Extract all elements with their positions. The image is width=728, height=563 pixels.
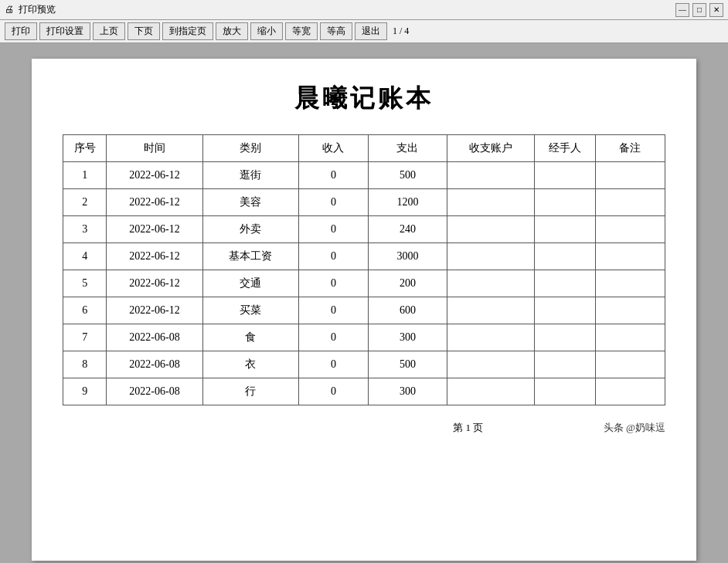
cell-note [595,216,665,243]
fit-width-button[interactable]: 等宽 [285,22,318,40]
cell-in: 0 [298,378,368,405]
cell-mgr [534,297,595,324]
cell-seq: 3 [63,216,107,243]
cell-in: 0 [298,189,368,216]
cell-out: 600 [369,297,447,324]
cell-note [595,324,665,351]
cell-in: 0 [298,216,368,243]
cell-acct [447,324,534,351]
table-row: 72022-06-08食0300 [63,324,665,351]
table-row: 52022-06-12交通0200 [63,270,665,297]
cell-acct [447,270,534,297]
cell-in: 0 [298,243,368,270]
goto-page-button[interactable]: 到指定页 [162,22,213,40]
content-area: 晨曦记账本 序号 时间 类别 收入 支出 收支账户 [0,43,728,563]
cell-acct [447,243,534,270]
prev-page-button[interactable]: 上页 [93,22,125,40]
page-number: 第 1 页 [333,421,604,435]
table-row: 92022-06-08行0300 [63,378,665,405]
cell-acct [447,216,534,243]
cell-cat: 食 [202,324,298,351]
print-settings-button[interactable]: 打印设置 [39,22,90,40]
cell-out: 500 [369,351,447,378]
cell-seq: 4 [63,243,107,270]
window-controls: — □ ✕ [675,3,723,17]
cell-mgr [534,162,595,189]
cell-mgr [534,270,595,297]
cell-seq: 5 [63,270,107,297]
paper-footer: 第 1 页 头条 @奶味逗 [63,421,665,435]
cell-cat: 外卖 [202,216,298,243]
cell-note [595,270,665,297]
cell-seq: 9 [63,378,107,405]
cell-note [595,378,665,405]
print-button[interactable]: 打印 [5,22,37,40]
cell-out: 300 [369,324,447,351]
window-title: 打印预览 [19,3,56,16]
col-header-cat: 类别 [202,135,298,162]
cell-out: 500 [369,162,447,189]
col-header-note: 备注 [595,135,665,162]
cell-mgr [534,189,595,216]
cell-seq: 6 [63,297,107,324]
cell-out: 3000 [369,243,447,270]
cell-seq: 8 [63,351,107,378]
maximize-button[interactable]: □ [692,3,706,17]
cell-acct [447,351,534,378]
cell-acct [447,378,534,405]
cell-note [595,189,665,216]
cell-time: 2022-06-12 [107,189,202,216]
cell-cat: 基本工资 [202,243,298,270]
col-header-time: 时间 [107,135,202,162]
cell-time: 2022-06-12 [107,297,202,324]
cell-acct [447,297,534,324]
cell-cat: 衣 [202,351,298,378]
table-row: 32022-06-12外卖0240 [63,216,665,243]
minimize-button[interactable]: — [675,3,689,17]
col-header-seq: 序号 [63,135,107,162]
table-row: 82022-06-08衣0500 [63,351,665,378]
cell-seq: 7 [63,324,107,351]
cell-cat: 买菜 [202,297,298,324]
next-page-button[interactable]: 下页 [128,22,160,40]
cell-acct [447,189,534,216]
cell-cat: 交通 [202,270,298,297]
printer-icon: 🖨 [5,4,14,15]
cell-mgr [534,351,595,378]
fit-height-button[interactable]: 等高 [320,22,352,40]
cell-seq: 1 [63,162,107,189]
table-row: 22022-06-12美容01200 [63,189,665,216]
cell-out: 300 [369,378,447,405]
cell-time: 2022-06-08 [107,378,202,405]
cell-in: 0 [298,270,368,297]
cell-note [595,297,665,324]
col-header-in: 收入 [298,135,368,162]
cell-time: 2022-06-08 [107,324,202,351]
col-header-mgr: 经手人 [534,135,595,162]
cell-out: 240 [369,216,447,243]
cell-time: 2022-06-12 [107,270,202,297]
ledger-table: 序号 时间 类别 收入 支出 收支账户 经手人 备注 12022-06-12逛街… [63,134,665,405]
cell-mgr [534,243,595,270]
cell-time: 2022-06-08 [107,351,202,378]
zoom-out-button[interactable]: 缩小 [250,22,283,40]
cell-in: 0 [298,351,368,378]
cell-time: 2022-06-12 [107,243,202,270]
cell-in: 0 [298,162,368,189]
toolbar: 打印 打印设置 上页 下页 到指定页 放大 缩小 等宽 等高 退出 1 / 4 [0,20,728,43]
cell-cat: 行 [202,378,298,405]
cell-cat: 美容 [202,189,298,216]
cell-out: 1200 [369,189,447,216]
table-header-row: 序号 时间 类别 收入 支出 收支账户 经手人 备注 [63,135,665,162]
col-header-acct: 收支账户 [447,135,534,162]
cell-note [595,162,665,189]
exit-button[interactable]: 退出 [355,22,387,40]
cell-acct [447,162,534,189]
cell-mgr [534,378,595,405]
cell-note [595,351,665,378]
close-button[interactable]: ✕ [709,3,723,17]
cell-note [595,243,665,270]
table-row: 62022-06-12买菜0600 [63,297,665,324]
zoom-in-button[interactable]: 放大 [216,22,248,40]
cell-cat: 逛街 [202,162,298,189]
